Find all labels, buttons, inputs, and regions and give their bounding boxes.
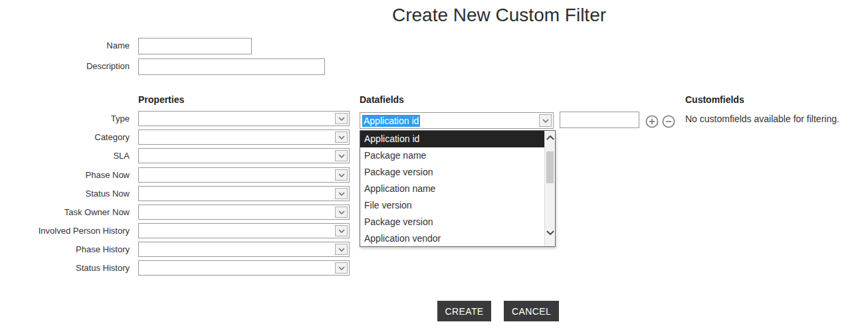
chevron-down-icon[interactable]	[335, 113, 348, 124]
scrollbar-thumb[interactable]	[546, 151, 554, 183]
datafields-header: Datafields	[360, 94, 404, 105]
minus-circle-icon	[662, 115, 675, 128]
involved-person-history-select[interactable]	[138, 223, 350, 238]
customfields-header: Customfields	[685, 94, 744, 105]
page-title: Create New Custom Filter	[130, 5, 868, 26]
create-button[interactable]: CREATE	[437, 301, 491, 321]
type-label: Type	[0, 111, 130, 126]
chevron-down-icon[interactable]	[335, 206, 348, 218]
sla-label: SLA	[0, 148, 130, 163]
chevron-down-icon[interactable]	[335, 262, 348, 274]
dropdown-option-file-version[interactable]: File version	[360, 197, 555, 214]
chevron-down-icon[interactable]	[335, 225, 348, 236]
status-now-select[interactable]	[138, 186, 350, 201]
cancel-button[interactable]: CANCEL	[504, 301, 559, 321]
phase-now-label: Phase Now	[0, 167, 130, 183]
type-select[interactable]	[138, 111, 350, 126]
status-now-label: Status Now	[0, 186, 130, 201]
task-owner-now-label: Task Owner Now	[0, 205, 130, 220]
scroll-up-icon[interactable]	[545, 135, 555, 140]
add-datafield-button[interactable]	[645, 115, 659, 128]
phase-now-select[interactable]	[138, 167, 350, 183]
sla-select[interactable]	[138, 148, 350, 163]
chevron-down-icon[interactable]	[539, 114, 552, 127]
description-input[interactable]	[138, 58, 325, 75]
chevron-down-icon[interactable]	[335, 188, 348, 199]
dropdown-option-package-name[interactable]: Package name	[360, 147, 555, 164]
task-owner-now-select[interactable]	[138, 205, 350, 220]
plus-circle-icon	[645, 115, 659, 128]
dropdown-scrollbar[interactable]	[544, 131, 555, 246]
category-label: Category	[0, 129, 130, 145]
properties-header: Properties	[138, 94, 184, 105]
datafields-select-value: Application id	[362, 115, 420, 127]
create-custom-filter-dialog: Create New Custom Filter Name Descriptio…	[0, 0, 868, 330]
scroll-down-icon[interactable]	[545, 230, 555, 235]
name-input[interactable]	[138, 38, 252, 54]
datafield-value-input[interactable]	[560, 112, 639, 128]
status-history-select[interactable]	[138, 260, 350, 276]
category-select[interactable]	[138, 129, 350, 145]
phase-history-select[interactable]	[138, 242, 350, 257]
dropdown-option-package-version-2[interactable]: Package version	[360, 214, 555, 230]
datafields-dropdown-list: Application id Package name Package vers…	[360, 130, 556, 247]
datafields-select[interactable]: Application id	[360, 112, 554, 129]
chevron-down-icon[interactable]	[335, 150, 348, 161]
involved-person-history-label: Involved Person History	[0, 223, 130, 238]
dropdown-option-application-name[interactable]: Application name	[360, 181, 555, 197]
dropdown-option-package-version[interactable]: Package version	[360, 164, 555, 181]
chevron-down-icon[interactable]	[335, 131, 348, 143]
remove-datafield-button[interactable]	[662, 115, 675, 128]
status-history-label: Status History	[0, 260, 130, 276]
dropdown-option-application-vendor[interactable]: Application vendor	[360, 230, 555, 247]
name-label: Name	[0, 38, 130, 54]
chevron-down-icon[interactable]	[335, 169, 348, 181]
customfields-empty-message: No customfields available for filtering.	[685, 114, 839, 124]
chevron-down-icon[interactable]	[335, 244, 348, 255]
dropdown-option-application-id[interactable]: Application id	[360, 131, 555, 147]
description-label: Description	[0, 58, 130, 74]
phase-history-label: Phase History	[0, 242, 130, 257]
